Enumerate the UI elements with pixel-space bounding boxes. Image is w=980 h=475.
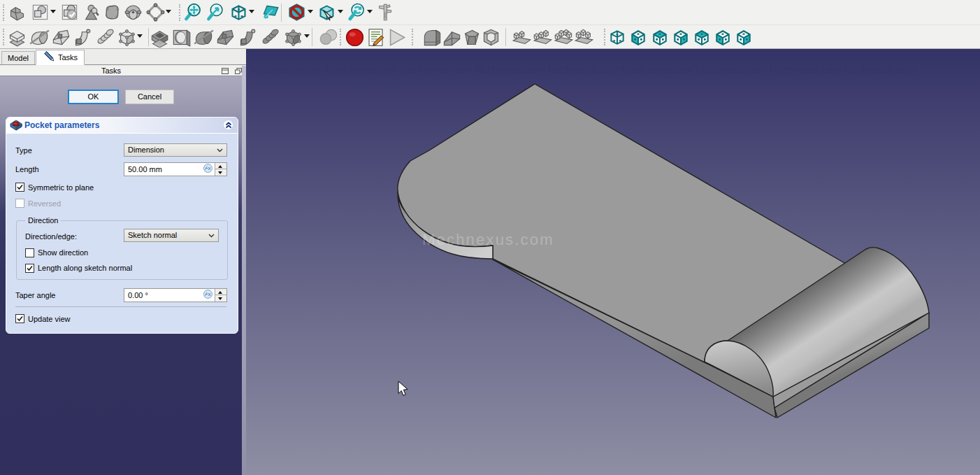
svg-text:Mechnexus.com Mechnexus.com: Mechnexus.com Mechnexus.com Mechnexus.co… — [252, 64, 915, 76]
svg-text:Mechnexus.com: Mechnexus.com — [422, 231, 554, 248]
